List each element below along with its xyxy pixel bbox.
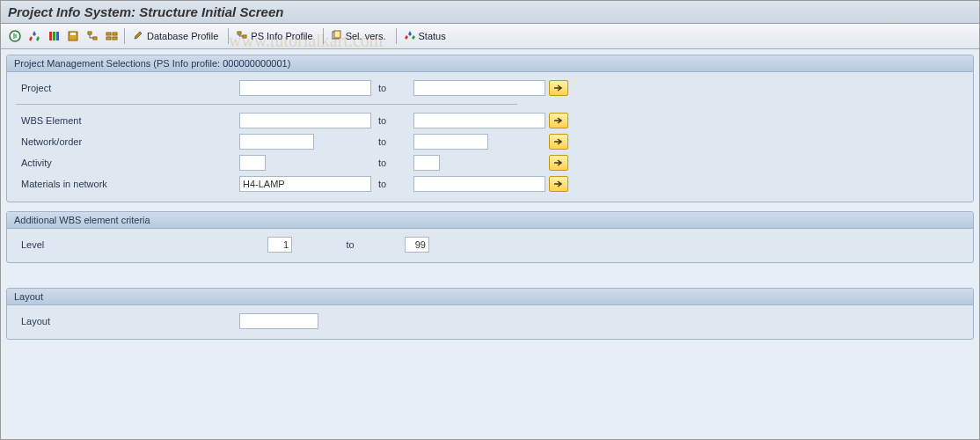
variant-icon[interactable] <box>26 27 43 45</box>
profile-icon <box>236 30 248 42</box>
version-icon <box>331 30 343 42</box>
layout-label: Layout <box>16 316 236 326</box>
activity-multiselect-button[interactable] <box>549 155 568 171</box>
svg-rect-2 <box>53 32 55 40</box>
layout-input[interactable] <box>239 313 318 329</box>
status-icon <box>404 30 416 42</box>
additional-wbs-header: Additional WBS element criteria <box>7 212 973 229</box>
materials-to-input[interactable] <box>413 176 545 192</box>
activity-to-input[interactable] <box>413 155 440 171</box>
overview-icon[interactable] <box>103 27 121 45</box>
additional-wbs-panel: Additional WBS element criteria Level to <box>6 211 974 263</box>
svg-rect-1 <box>49 32 52 40</box>
svg-rect-10 <box>106 37 111 40</box>
project-from-input[interactable] <box>239 80 371 96</box>
sel-vers-button[interactable]: Sel. vers. <box>327 27 392 45</box>
svg-rect-6 <box>88 32 91 34</box>
svg-rect-7 <box>93 37 97 40</box>
network-multiselect-button[interactable] <box>549 134 568 150</box>
toolbar: Database Profile PS Info Profile Sel. ve… <box>1 24 979 49</box>
wbs-label: WBS Element <box>16 115 236 126</box>
svg-rect-13 <box>243 35 246 38</box>
activity-row: Activity to <box>16 152 964 173</box>
execute-icon[interactable] <box>6 27 24 45</box>
wbs-to-input[interactable] <box>413 113 545 128</box>
wbs-multiselect-button[interactable] <box>549 113 568 128</box>
svg-rect-8 <box>106 33 111 35</box>
title-bar: Project Info System: Structure Initial S… <box>1 1 979 24</box>
project-row: Project to <box>16 77 964 99</box>
svg-rect-9 <box>113 33 117 35</box>
sel-vers-label: Sel. vers. <box>346 31 386 41</box>
svg-rect-3 <box>56 32 59 40</box>
arrow-right-icon <box>553 180 564 188</box>
materials-multiselect-button[interactable] <box>549 176 568 192</box>
layout-row: Layout <box>16 311 964 332</box>
arrow-right-icon <box>553 116 564 125</box>
project-multiselect-button[interactable] <box>549 80 568 96</box>
materials-row: Materials in network to <box>16 173 964 194</box>
to-label: to <box>375 158 410 168</box>
toolbar-separator <box>396 28 397 44</box>
ps-info-profile-button[interactable]: PS Info Profile <box>232 27 318 45</box>
svg-rect-5 <box>70 33 76 35</box>
activity-from-input[interactable] <box>239 155 266 171</box>
project-label: Project <box>16 83 236 93</box>
arrow-right-icon <box>553 158 564 167</box>
pm-selections-header: Project Management Selections (PS Info p… <box>7 55 973 72</box>
svg-rect-12 <box>238 32 241 34</box>
materials-from-input[interactable] <box>239 176 371 192</box>
database-profile-button[interactable]: Database Profile <box>128 27 224 45</box>
hierarchy-icon[interactable] <box>84 27 101 45</box>
toolbar-separator <box>323 28 324 44</box>
to-label: to <box>375 179 410 189</box>
layout-panel: Layout Layout <box>6 288 974 340</box>
toolbar-separator <box>124 28 125 44</box>
svg-point-0 <box>10 31 20 41</box>
wbs-row: WBS Element to <box>16 110 964 131</box>
arrow-right-icon <box>553 84 564 92</box>
pencil-icon <box>132 30 144 42</box>
selection-icon[interactable] <box>45 27 62 45</box>
materials-label: Materials in network <box>16 179 236 189</box>
pm-selections-panel: Project Management Selections (PS Info p… <box>6 55 974 202</box>
network-from-input[interactable] <box>239 134 314 150</box>
status-button[interactable]: Status <box>400 27 452 45</box>
page-title: Project Info System: Structure Initial S… <box>8 4 283 19</box>
content-area: Project Management Selections (PS Info p… <box>1 49 979 439</box>
svg-rect-15 <box>334 31 340 38</box>
separator <box>16 104 517 105</box>
toolbar-separator <box>228 28 229 44</box>
ps-info-profile-label: PS Info Profile <box>251 31 312 41</box>
level-from-input[interactable] <box>267 237 292 253</box>
to-label: to <box>375 136 410 147</box>
project-to-input[interactable] <box>413 80 545 96</box>
level-to-input[interactable] <box>405 237 429 253</box>
layout-panel-header: Layout <box>7 289 973 305</box>
to-label: to <box>375 83 410 93</box>
network-row: Network/order to <box>16 131 964 152</box>
status-label: Status <box>419 31 446 41</box>
wbs-from-input[interactable] <box>239 113 371 128</box>
to-label: to <box>296 239 401 250</box>
arrow-right-icon <box>553 137 564 146</box>
database-profile-label: Database Profile <box>147 31 218 41</box>
svg-rect-11 <box>113 37 117 40</box>
network-to-input[interactable] <box>413 134 488 150</box>
network-label: Network/order <box>16 136 236 147</box>
activity-label: Activity <box>16 158 236 168</box>
level-row: Level to <box>16 234 964 255</box>
to-label: to <box>375 115 410 126</box>
level-label: Level <box>16 239 245 250</box>
save-icon[interactable] <box>64 27 82 45</box>
